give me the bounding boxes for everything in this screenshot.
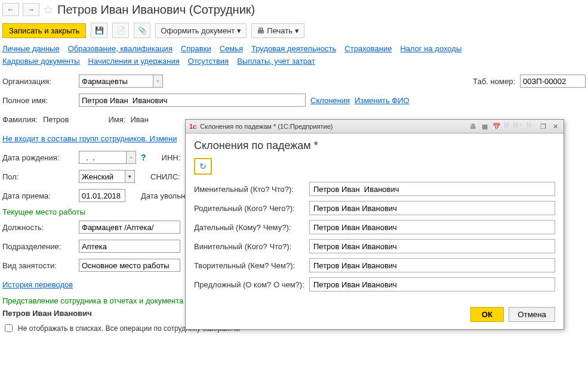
dative-label: Дательный (Кому? Чему?): [194, 223, 304, 232]
nominative-input[interactable] [309, 182, 555, 196]
dept-label: Подразделение: [2, 242, 74, 251]
tab-no-label: Таб. номер: [473, 77, 515, 86]
gender-drop-button[interactable]: ▾ [125, 170, 135, 183]
org-label: Организация: [2, 77, 74, 86]
surname-label: Фамилия: [2, 115, 38, 124]
tab-hr-docs[interactable]: Кадровые документы [2, 57, 80, 66]
fullname-label: Полное имя: [2, 96, 74, 105]
save-close-button[interactable]: Записать и закрыть [2, 23, 86, 38]
genitive-label: Родительный (Кого? Чего?): [194, 204, 304, 213]
genitive-input[interactable] [309, 201, 555, 215]
gender-label: Пол: [2, 172, 74, 181]
prepositional-input[interactable] [309, 277, 555, 292]
declension-modal: 1c Склонения по падежам * (1С:Предприяти… [185, 119, 564, 330]
refresh-button[interactable]: ↻ [194, 158, 212, 175]
page-title: Петров Иван Иванович (Сотрудник) [57, 3, 255, 17]
dob-label: Дата рождения: [2, 153, 74, 162]
tab-personal[interactable]: Личные данные [2, 44, 60, 53]
tab-payments[interactable]: Выплаты, учет затрат [237, 57, 315, 66]
ok-button[interactable]: ОК [470, 307, 504, 322]
calendar-icon[interactable]: 📅 [492, 122, 501, 131]
save-icon-button[interactable]: 💾 [91, 23, 107, 38]
tab-work[interactable]: Трудовая деятельность [251, 44, 336, 53]
org-input[interactable] [79, 75, 153, 88]
nav-back-button[interactable]: ← [2, 3, 19, 16]
snils-label: СНИЛС: [150, 172, 180, 181]
print-icon[interactable]: 🖶 [468, 122, 478, 131]
history-link[interactable]: История переводов [2, 280, 73, 289]
dept-input[interactable] [79, 240, 180, 253]
gender-input[interactable] [79, 170, 125, 183]
name-value: Иван [130, 115, 149, 124]
tab-absence[interactable]: Отсутствия [188, 57, 229, 66]
surname-value: Петров [43, 115, 69, 124]
attach-icon-button[interactable]: 📎 [134, 23, 150, 38]
accusative-input[interactable] [309, 239, 555, 253]
modal-heading: Склонения по падежам * [194, 140, 555, 152]
change-fio-link[interactable]: Изменить ФИО [355, 96, 410, 105]
tab-education[interactable]: Образование, квалификация [68, 44, 173, 53]
nominative-label: Именительный (Кто? Что?): [194, 185, 304, 194]
instrumental-input[interactable] [309, 258, 555, 272]
inn-label: ИНН: [162, 153, 181, 162]
dative-input[interactable] [309, 220, 555, 234]
emp-type-input[interactable] [79, 259, 180, 272]
print-button[interactable]: 🖶Печать▾ [251, 23, 304, 38]
declension-link[interactable]: Склонения [310, 96, 350, 105]
modal-titlebar-text: Склонения по падежам * (1С:Предприятие) [200, 123, 464, 130]
dob-help-icon[interactable]: ? [141, 153, 146, 162]
name-label: Имя: [108, 115, 125, 124]
accusative-label: Винительный (Кого? Что?): [194, 242, 304, 251]
hide-checkbox[interactable] [5, 324, 13, 332]
tab-family[interactable]: Семья [220, 44, 243, 53]
calc-icon[interactable]: ▦ [480, 122, 490, 131]
cancel-button[interactable]: Отмена [509, 307, 555, 322]
org-select-button[interactable]: ▫ [153, 75, 163, 88]
make-document-button[interactable]: Оформить документ▾ [155, 23, 247, 38]
tab-no-input[interactable] [520, 75, 586, 88]
instrumental-label: Творительный (Кем? Чем?): [194, 261, 304, 270]
favorite-star-icon[interactable]: ☆ [43, 2, 54, 17]
tab-tax[interactable]: Налог на доходы [400, 44, 461, 53]
emp-type-label: Вид занятости: [2, 261, 74, 270]
memory-icons: M M+ M- [504, 122, 536, 131]
close-icon[interactable]: ✕ [550, 122, 560, 131]
fullname-input[interactable] [79, 94, 306, 107]
nav-forward-button[interactable]: → [23, 3, 39, 16]
dob-calendar-button[interactable]: ▫ [127, 151, 136, 164]
position-label: Должность: [2, 223, 74, 232]
tab-payroll[interactable]: Начисления и удержания [88, 57, 180, 66]
hire-input[interactable] [79, 189, 125, 202]
tab-insurance[interactable]: Страхование [344, 44, 392, 53]
document-icon-button[interactable]: 📄 [112, 23, 129, 38]
restore-icon[interactable]: ❐ [538, 122, 548, 131]
app-logo-icon: 1c [189, 123, 196, 130]
dob-input[interactable] [79, 151, 127, 164]
hire-label: Дата приема: [2, 191, 74, 200]
position-input[interactable] [79, 221, 180, 234]
groups-link[interactable]: Не входит в составы групп сотрудников. И… [2, 134, 177, 143]
prepositional-label: Предложный (О ком? О чем?): [194, 280, 304, 289]
tab-refs[interactable]: Справки [181, 44, 211, 53]
